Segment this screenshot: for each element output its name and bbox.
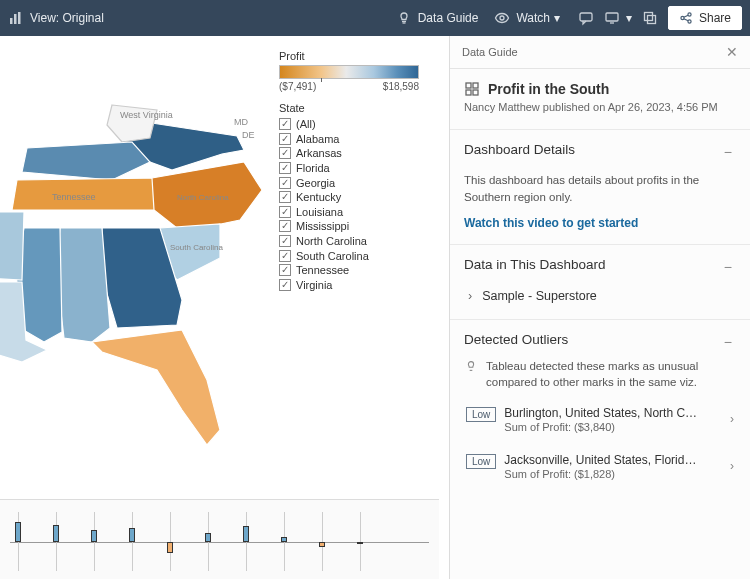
comment-icon[interactable] <box>578 10 594 26</box>
fullscreen-icon[interactable] <box>642 10 658 26</box>
checkbox-icon: ✓ <box>279 264 291 276</box>
outliers-intro-text: Tableau detected these marks as unusual … <box>486 358 736 390</box>
mini-bar[interactable] <box>167 542 173 553</box>
map-label-sc: South Carolina <box>170 243 223 252</box>
mini-bar[interactable] <box>319 542 325 548</box>
checkbox-icon: ✓ <box>279 206 291 218</box>
state-filter-title: State <box>279 102 439 114</box>
state-filter-label: Arkansas <box>296 147 342 159</box>
map-label-wv: West Virginia <box>120 110 173 120</box>
state-filter-item[interactable]: ✓(All) <box>279 117 439 132</box>
checkbox-icon: ✓ <box>279 191 291 203</box>
mini-bar[interactable] <box>15 522 21 542</box>
bulb-icon <box>396 10 412 26</box>
profit-min-label: ($7,491) <box>279 81 316 92</box>
watch-video-link[interactable]: Watch this video to get started <box>464 216 736 230</box>
outlier-title: Jacksonville, United States, Florid… <box>504 453 722 467</box>
collapse-button[interactable]: − <box>720 142 736 162</box>
outlier-subtitle: Sum of Profit: ($3,840) <box>504 421 722 433</box>
share-icon <box>679 11 693 25</box>
map-label-tn: Tennessee <box>52 192 96 202</box>
dashboard-details-body: This dashboard has details about profits… <box>464 172 736 205</box>
state-filter-item[interactable]: ✓South Carolina <box>279 248 439 263</box>
watch-label: Watch <box>516 11 550 25</box>
profit-max-label: $18,598 <box>383 81 419 92</box>
monitor-icon <box>604 10 620 26</box>
data-guide-label: Data Guide <box>418 11 479 25</box>
state-filter-item[interactable]: ✓Mississippi <box>279 219 439 234</box>
collapse-button[interactable]: − <box>720 332 736 352</box>
state-filter-label: Alabama <box>296 133 339 145</box>
watch-button[interactable]: Watch ▾ <box>494 10 560 26</box>
state-filter-item[interactable]: ✓Kentucky <box>279 190 439 205</box>
mini-bar[interactable] <box>129 528 135 542</box>
bulb-icon <box>464 359 478 373</box>
chevron-down-icon: ▾ <box>554 11 560 25</box>
svg-rect-17 <box>473 83 478 88</box>
present-button[interactable]: ▾ <box>604 10 632 26</box>
state-filter-label: Mississippi <box>296 220 349 232</box>
state-alabama[interactable] <box>56 228 110 342</box>
data-in-dashboard-heading: Data in This Dashboard <box>464 257 606 272</box>
data-source-item[interactable]: › Sample - Superstore <box>464 287 736 305</box>
collapse-button[interactable]: − <box>720 257 736 277</box>
checkbox-icon: ✓ <box>279 250 291 262</box>
svg-rect-19 <box>473 90 478 95</box>
svg-rect-16 <box>466 83 471 88</box>
state-filter-item[interactable]: ✓Virginia <box>279 278 439 293</box>
state-filter-label: South Carolina <box>296 250 369 262</box>
mini-bar[interactable] <box>53 525 59 542</box>
profit-color-scale[interactable] <box>279 65 419 79</box>
state-kentucky[interactable] <box>22 142 150 180</box>
mini-bar[interactable] <box>281 537 287 541</box>
barchart-icon <box>8 10 24 26</box>
state-filter-label: North Carolina <box>296 235 367 247</box>
share-button[interactable]: Share <box>668 6 742 30</box>
svg-rect-1 <box>14 14 17 24</box>
map-viz[interactable]: West Virginia Tennessee North Carolina S… <box>0 50 272 450</box>
mini-bar[interactable] <box>91 530 97 541</box>
dashboard-title: Profit in the South <box>488 81 609 97</box>
map-label-de: DE <box>242 130 255 140</box>
state-filter-label: Kentucky <box>296 191 341 203</box>
svg-rect-2 <box>18 12 21 24</box>
state-filter-item[interactable]: ✓North Carolina <box>279 234 439 249</box>
mini-bar[interactable] <box>205 533 211 541</box>
mini-bar[interactable] <box>243 526 249 541</box>
outlier-item[interactable]: Low Burlington, United States, North C… … <box>464 402 736 437</box>
state-filter-label: Florida <box>296 162 330 174</box>
svg-point-12 <box>688 13 691 16</box>
state-filter-label: Louisiana <box>296 206 343 218</box>
bar-chart-viz[interactable] <box>0 499 439 579</box>
dashboard-icon <box>464 81 480 97</box>
state-arkansas[interactable] <box>0 212 24 280</box>
svg-point-13 <box>688 20 691 23</box>
state-filter-item[interactable]: ✓Arkansas <box>279 146 439 161</box>
state-filter-item[interactable]: ✓Florida <box>279 161 439 176</box>
state-filter-item[interactable]: ✓Tennessee <box>279 263 439 278</box>
checkbox-icon: ✓ <box>279 235 291 247</box>
view-label[interactable]: View: Original <box>30 11 104 25</box>
outlier-item[interactable]: Low Jacksonville, United States, Florid…… <box>464 449 736 484</box>
state-filter-item[interactable]: ✓Alabama <box>279 132 439 147</box>
mini-bar[interactable] <box>357 542 363 545</box>
share-label: Share <box>699 11 731 25</box>
top-toolbar: View: Original Data Guide Watch ▾ ▾ Shar… <box>0 0 750 36</box>
low-badge: Low <box>466 407 496 422</box>
eye-icon <box>494 10 510 26</box>
checkbox-icon: ✓ <box>279 118 291 130</box>
dashboard-byline: Nancy Matthew published on Apr 26, 2023,… <box>464 100 736 115</box>
close-icon[interactable]: ✕ <box>726 44 738 60</box>
state-filter-item[interactable]: ✓Georgia <box>279 175 439 190</box>
checkbox-icon: ✓ <box>279 162 291 174</box>
checkbox-icon: ✓ <box>279 177 291 189</box>
state-filter-item[interactable]: ✓Louisiana <box>279 205 439 220</box>
data-guide-button[interactable]: Data Guide <box>396 10 479 26</box>
state-florida[interactable] <box>92 330 220 445</box>
chevron-down-icon: ▾ <box>626 11 632 25</box>
checkbox-icon: ✓ <box>279 279 291 291</box>
map-label-md: MD <box>234 117 248 127</box>
svg-point-5 <box>500 16 504 20</box>
svg-rect-18 <box>466 90 471 95</box>
outlier-subtitle: Sum of Profit: ($1,828) <box>504 468 722 480</box>
